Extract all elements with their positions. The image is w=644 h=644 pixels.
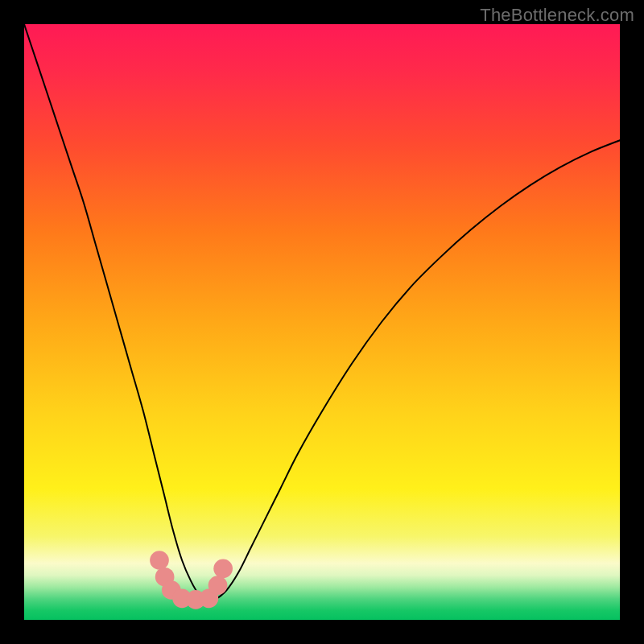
watermark-text: TheBottleneck.com (480, 5, 634, 26)
data-marker (208, 576, 228, 595)
chart-container: TheBottleneck.com (0, 0, 644, 644)
bottleneck-curve-chart (24, 24, 620, 620)
data-marker (150, 551, 169, 570)
chart-background (24, 24, 620, 620)
plot-area (24, 24, 620, 620)
data-marker (213, 559, 233, 579)
